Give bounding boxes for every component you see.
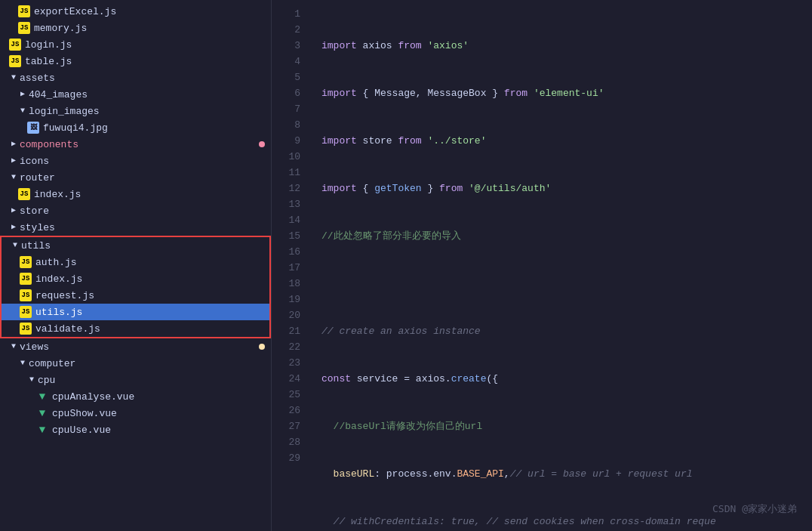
folder-name: store [20, 205, 49, 217]
line-numbers: 1 2 3 4 5 6 7 8 9 10 11 12 13 14 15 16 1… [272, 0, 309, 531]
code-line-10: baseURL: process.env.BASE_API,// url = b… [321, 466, 812, 482]
file-item-utils[interactable]: JS utils.js [2, 304, 269, 320]
file-item-login[interactable]: JS login.js [0, 36, 271, 53]
js-icon: JS [20, 256, 32, 268]
chevron-down-icon: ▼ [27, 375, 36, 384]
file-item-utils-index[interactable]: JS index.js [2, 270, 269, 287]
file-item-cpuAnalyse[interactable]: ▼ cpuAnalyse.vue [0, 388, 271, 405]
file-item-cpuShow[interactable]: ▼ cpuShow.vue [0, 405, 271, 421]
code-line-8: const service = axios.create({ [321, 371, 812, 387]
code-line-5: //此处忽略了部分非必要的导入 [321, 228, 812, 244]
code-line-1: import axios from 'axios' [321, 38, 812, 54]
code-line-4: import { getToken } from '@/utils/auth' [321, 181, 812, 196]
chevron-right-icon: ▶ [9, 223, 18, 232]
chevron-down-icon: ▼ [9, 173, 18, 182]
modified-indicator [259, 141, 265, 147]
folder-404-images[interactable]: ▶ 404_images [0, 86, 271, 103]
file-name: memory.js [34, 23, 87, 34]
file-name: index.js [35, 273, 82, 285]
folder-name: computer [29, 358, 75, 369]
file-name: cpuAnalyse.vue [52, 391, 134, 403]
code-line-9: //baseUrl请修改为你自己的url [321, 418, 812, 434]
code-editor: 1 2 3 4 5 6 7 8 9 10 11 12 13 14 15 16 1… [272, 0, 812, 531]
file-name: auth.js [35, 257, 77, 268]
folder-name: assets [20, 73, 55, 84]
modified-indicator [259, 344, 265, 350]
code-line-6 [321, 276, 812, 292]
folder-name: 404_images [29, 89, 88, 100]
folder-name: cpu [38, 375, 55, 386]
js-icon: JS [20, 323, 32, 335]
vue-icon: ▼ [36, 407, 48, 419]
folder-name: icons [20, 156, 49, 167]
file-item-exportExcel[interactable]: JS exportExcel.js [0, 3, 271, 20]
file-name: fuwuqi4.jpg [43, 122, 108, 134]
chevron-down-icon: ▼ [9, 342, 18, 351]
code-line-11: // withCredentials: true, // send cookie… [321, 514, 812, 529]
folder-router[interactable]: ▼ router [0, 169, 271, 186]
code-line-7: // create an axios instance [321, 323, 812, 339]
code-lines: import axios from 'axios' import { Messa… [309, 0, 812, 531]
folder-computer[interactable]: ▼ computer [0, 355, 271, 372]
file-name: validate.js [35, 323, 100, 335]
vue-icon: ▼ [36, 424, 48, 436]
folder-assets[interactable]: ▼ assets [0, 69, 271, 86]
js-icon: JS [20, 306, 32, 318]
folder-login-images[interactable]: ▼ login_images [0, 103, 271, 119]
js-icon: JS [18, 5, 30, 17]
file-explorer[interactable]: JS exportExcel.js JS memory.js JS login.… [0, 0, 272, 531]
file-item-fuwuqi4[interactable]: 🖼 fuwuqi4.jpg [0, 119, 271, 136]
code-container: 1 2 3 4 5 6 7 8 9 10 11 12 13 14 15 16 1… [272, 0, 812, 531]
folder-store[interactable]: ▶ store [0, 202, 271, 219]
folder-views[interactable]: ▼ views [0, 338, 271, 355]
folder-name: components [20, 139, 78, 150]
folder-styles[interactable]: ▶ styles [0, 219, 271, 236]
file-name: cpuUse.vue [52, 424, 111, 436]
folder-icons[interactable]: ▶ icons [0, 153, 271, 169]
folder-cpu[interactable]: ▼ cpu [0, 372, 271, 388]
file-name: cpuShow.vue [52, 408, 117, 419]
file-item-router-index[interactable]: JS index.js [0, 186, 271, 202]
chevron-right-icon: ▶ [18, 90, 27, 99]
folder-name: login_images [29, 106, 100, 117]
vue-icon: ▼ [36, 391, 48, 403]
code-line-2: import { Message, MessageBox } from 'ele… [321, 85, 812, 101]
js-icon: JS [20, 273, 32, 285]
js-icon: JS [20, 289, 32, 301]
folder-name: styles [20, 222, 55, 233]
js-icon: JS [9, 39, 21, 51]
file-item-validate[interactable]: JS validate.js [2, 320, 269, 337]
file-item-request[interactable]: JS request.js [2, 287, 269, 304]
file-name: index.js [34, 189, 81, 200]
chevron-down-icon: ▼ [18, 359, 27, 368]
folder-utils[interactable]: ▼ utils [2, 237, 269, 254]
chevron-down-icon: ▼ [9, 73, 18, 82]
file-name: table.js [25, 56, 72, 67]
folder-name: utils [21, 240, 51, 252]
folder-name: views [20, 341, 49, 353]
chevron-right-icon: ▶ [9, 156, 18, 165]
js-icon: JS [9, 55, 21, 67]
chevron-right-icon: ▶ [9, 140, 18, 149]
file-name: login.js [25, 39, 72, 51]
file-name: request.js [35, 290, 94, 301]
file-name: exportExcel.js [34, 6, 116, 17]
chevron-right-icon: ▶ [9, 206, 18, 215]
file-item-auth[interactable]: JS auth.js [2, 254, 269, 270]
chevron-down-icon: ▼ [18, 107, 27, 116]
utils-group: ▼ utils JS auth.js JS index.js JS reques… [0, 236, 271, 338]
js-icon: JS [18, 22, 30, 34]
chevron-down-icon: ▼ [11, 241, 20, 250]
folder-name: router [20, 172, 55, 184]
folder-components[interactable]: ▶ components [0, 136, 271, 153]
file-name: utils.js [35, 307, 82, 318]
img-icon: 🖼 [27, 122, 39, 134]
js-icon: JS [18, 188, 30, 200]
file-item-cpuUse[interactable]: ▼ cpuUse.vue [0, 421, 271, 438]
code-line-3: import store from '../store' [321, 133, 812, 149]
file-item-table[interactable]: JS table.js [0, 53, 271, 69]
file-item-memory[interactable]: JS memory.js [0, 20, 271, 36]
watermark: CSDN @家家小迷弟 [712, 502, 797, 516]
